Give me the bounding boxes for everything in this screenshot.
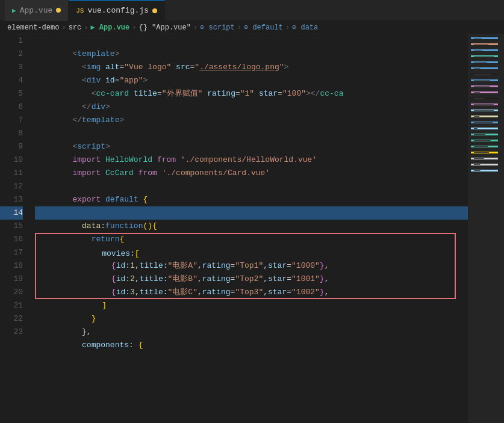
- js-icon: JS: [76, 7, 84, 14]
- line-num-7: 7: [0, 114, 23, 127]
- code-line-7: [35, 114, 468, 127]
- code-line-6: </template>: [35, 100, 468, 114]
- line-num-5: 5: [0, 87, 23, 100]
- tab-bar: ▶ App.vue JS vue.config.js: [0, 0, 504, 21]
- line-num-13: 13: [0, 193, 23, 206]
- line-numbers: 1 2 3 4 5 6 7 8 9 10 11 12 13 14 15 16 1…: [0, 34, 29, 423]
- line-num-15: 15: [0, 220, 23, 233]
- tab-vue-config[interactable]: JS vue.config.js: [69, 0, 165, 21]
- code-line-14: data:function(){: [35, 206, 468, 220]
- code-line-20: ]: [35, 286, 456, 299]
- code-line-22: },: [35, 312, 468, 326]
- tab-label: App.vue: [20, 6, 53, 15]
- line-num-16: 16: [0, 233, 23, 246]
- code-line-15: return{: [35, 220, 468, 233]
- code-line-23: components: {: [35, 326, 468, 339]
- line-num-8: 8: [0, 127, 23, 140]
- code-line-17: {id:1,title:"电影A",rating="Top1",star="10…: [35, 246, 456, 259]
- breadcrumb-default[interactable]: ⊙ default: [244, 23, 283, 32]
- code-line-4: <cc-card title="外界赋值" rating="1" star="1…: [35, 74, 468, 87]
- line-num-18: 18: [0, 259, 23, 273]
- line-num-9: 9: [0, 140, 23, 153]
- line-num-10: 10: [0, 153, 23, 167]
- code-line-1: <template>: [35, 34, 468, 48]
- code-line-2: <img alt="Vue logo" src="./assets/logo.p…: [35, 48, 468, 61]
- code-line-9: import HelloWorld from './components/Hel…: [35, 140, 468, 153]
- code-area: <template> <img alt="Vue logo" src="./as…: [29, 34, 468, 423]
- tab-app-vue[interactable]: ▶ App.vue: [5, 0, 69, 21]
- code-line-19: {id:3,title:"电影C",rating="Top3",star="10…: [35, 273, 456, 286]
- code-line-8: <script>: [35, 127, 468, 140]
- line-num-23: 23: [0, 326, 23, 339]
- tab-label: vue.config.js: [87, 6, 148, 15]
- code-line-16: movies:[: [35, 233, 456, 246]
- line-num-4: 4: [0, 74, 23, 87]
- editor-container: ▶ App.vue JS vue.config.js element-demo …: [0, 0, 504, 423]
- code-line-10: import CcCard from './components/Card.vu…: [35, 153, 468, 167]
- line-num-19: 19: [0, 273, 23, 286]
- code-line-13: name: 'App',: [35, 193, 468, 206]
- breadcrumb-data[interactable]: ⊙ data: [292, 23, 318, 32]
- code-line-3: <div id="app">: [35, 61, 468, 74]
- line-num-20: 20: [0, 286, 23, 299]
- minimap: [468, 34, 504, 423]
- line-num-1: 1: [0, 34, 23, 48]
- vue-icon: ▶: [12, 7, 16, 14]
- breadcrumb-script-obj[interactable]: {} "App.vue": [138, 23, 190, 32]
- breadcrumb-script[interactable]: ⊙ script: [200, 23, 235, 32]
- code-line-12: export default {: [35, 180, 468, 193]
- modified-indicator: [56, 8, 61, 13]
- breadcrumb-app-vue[interactable]: ▶ App.vue: [90, 23, 129, 32]
- line-num-21: 21: [0, 299, 23, 312]
- breadcrumb-src[interactable]: src: [69, 23, 82, 32]
- line-num-2: 2: [0, 48, 23, 61]
- code-line-18: {id:2,title:"电影B",rating="Top2",star="10…: [35, 259, 456, 273]
- line-num-3: 3: [0, 61, 23, 74]
- breadcrumb-element-demo[interactable]: element-demo: [7, 23, 59, 32]
- line-num-11: 11: [0, 167, 23, 180]
- code-line-11: [35, 167, 468, 180]
- breadcrumb: element-demo › src › ▶ App.vue › {} "App…: [0, 21, 504, 34]
- line-num-6: 6: [0, 100, 23, 114]
- line-num-14: 14: [0, 206, 23, 220]
- editor-area: 1 2 3 4 5 6 7 8 9 10 11 12 13 14 15 16 1…: [0, 34, 504, 423]
- line-num-17: 17: [0, 246, 23, 259]
- line-num-12: 12: [0, 180, 23, 193]
- modified-indicator: [152, 8, 157, 13]
- code-line-21: }: [35, 299, 468, 312]
- code-line-5: </div>: [35, 87, 468, 100]
- line-num-22: 22: [0, 312, 23, 326]
